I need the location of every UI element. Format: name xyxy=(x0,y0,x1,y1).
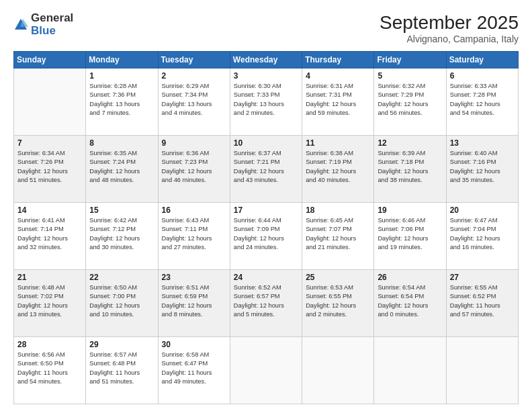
day-number: 23 xyxy=(162,273,226,282)
logo-blue: Blue xyxy=(31,25,73,38)
calendar-week-row: 28Sunrise: 6:56 AM Sunset: 6:50 PM Dayli… xyxy=(14,337,519,404)
day-number: 22 xyxy=(89,273,154,282)
day-info: Sunrise: 6:39 AM Sunset: 7:18 PM Dayligh… xyxy=(378,149,442,185)
day-info: Sunrise: 6:43 AM Sunset: 7:11 PM Dayligh… xyxy=(162,216,226,253)
calendar-cell: 2Sunrise: 6:29 AM Sunset: 7:34 PM Daylig… xyxy=(158,68,230,136)
day-info: Sunrise: 6:36 AM Sunset: 7:23 PM Dayligh… xyxy=(162,149,226,185)
location: Alvignano, Campania, Italy xyxy=(380,34,519,44)
calendar-week-row: 14Sunrise: 6:41 AM Sunset: 7:14 PM Dayli… xyxy=(14,203,519,270)
day-info: Sunrise: 6:34 AM Sunset: 7:26 PM Dayligh… xyxy=(17,149,82,185)
page: General Blue September 2025 Alvignano, C… xyxy=(0,0,532,411)
calendar-cell: 7Sunrise: 6:34 AM Sunset: 7:26 PM Daylig… xyxy=(14,136,86,203)
calendar-cell: 15Sunrise: 6:42 AM Sunset: 7:12 PM Dayli… xyxy=(86,203,158,270)
day-number: 4 xyxy=(306,71,370,81)
calendar-week-row: 21Sunrise: 6:48 AM Sunset: 7:02 PM Dayli… xyxy=(14,270,519,337)
weekday-header-tuesday: Tuesday xyxy=(158,52,230,68)
day-number: 26 xyxy=(378,273,442,282)
weekday-header-thursday: Thursday xyxy=(302,52,374,68)
calendar-cell: 18Sunrise: 6:45 AM Sunset: 7:07 PM Dayli… xyxy=(302,203,374,270)
day-number: 16 xyxy=(162,205,226,215)
calendar-cell: 24Sunrise: 6:52 AM Sunset: 6:57 PM Dayli… xyxy=(230,270,302,337)
calendar-cell: 4Sunrise: 6:31 AM Sunset: 7:31 PM Daylig… xyxy=(302,68,374,136)
day-number: 25 xyxy=(306,273,370,282)
calendar-cell: 25Sunrise: 6:53 AM Sunset: 6:55 PM Dayli… xyxy=(302,270,374,337)
day-info: Sunrise: 6:37 AM Sunset: 7:21 PM Dayligh… xyxy=(234,149,298,185)
day-number: 3 xyxy=(234,71,298,81)
calendar-week-row: 1Sunrise: 6:28 AM Sunset: 7:36 PM Daylig… xyxy=(14,68,519,136)
day-info: Sunrise: 6:58 AM Sunset: 6:47 PM Dayligh… xyxy=(162,351,226,387)
weekday-header-friday: Friday xyxy=(374,52,446,68)
header: General Blue September 2025 Alvignano, C… xyxy=(13,12,519,44)
day-info: Sunrise: 6:31 AM Sunset: 7:31 PM Dayligh… xyxy=(306,82,370,118)
calendar-cell: 5Sunrise: 6:32 AM Sunset: 7:29 PM Daylig… xyxy=(374,68,446,136)
weekday-header-wednesday: Wednesday xyxy=(230,52,302,68)
logo-icon xyxy=(13,17,28,32)
calendar-header-row: SundayMondayTuesdayWednesdayThursdayFrid… xyxy=(14,52,519,68)
day-number: 9 xyxy=(162,138,226,148)
calendar-cell xyxy=(374,337,446,404)
logo-text: General Blue xyxy=(31,12,73,37)
calendar-cell: 23Sunrise: 6:51 AM Sunset: 6:59 PM Dayli… xyxy=(158,270,230,337)
day-number: 7 xyxy=(17,138,82,148)
day-number: 10 xyxy=(234,138,298,148)
day-info: Sunrise: 6:47 AM Sunset: 7:04 PM Dayligh… xyxy=(450,216,515,253)
day-number: 30 xyxy=(162,340,226,349)
day-info: Sunrise: 6:41 AM Sunset: 7:14 PM Dayligh… xyxy=(17,216,82,253)
day-info: Sunrise: 6:38 AM Sunset: 7:19 PM Dayligh… xyxy=(306,149,370,185)
day-info: Sunrise: 6:40 AM Sunset: 7:16 PM Dayligh… xyxy=(450,149,515,185)
calendar-cell xyxy=(230,337,302,404)
day-info: Sunrise: 6:44 AM Sunset: 7:09 PM Dayligh… xyxy=(234,216,298,253)
calendar-cell xyxy=(302,337,374,404)
day-number: 28 xyxy=(17,340,82,349)
day-info: Sunrise: 6:55 AM Sunset: 6:52 PM Dayligh… xyxy=(450,283,515,320)
logo-general: General xyxy=(31,12,73,25)
title-block: September 2025 Alvignano, Campania, Ital… xyxy=(380,12,519,44)
day-info: Sunrise: 6:30 AM Sunset: 7:33 PM Dayligh… xyxy=(234,82,298,118)
day-info: Sunrise: 6:50 AM Sunset: 7:00 PM Dayligh… xyxy=(89,283,154,320)
calendar-cell: 26Sunrise: 6:54 AM Sunset: 6:54 PM Dayli… xyxy=(374,270,446,337)
day-number: 1 xyxy=(89,71,154,81)
calendar-week-row: 7Sunrise: 6:34 AM Sunset: 7:26 PM Daylig… xyxy=(14,136,519,203)
calendar-cell xyxy=(446,337,518,404)
day-info: Sunrise: 6:42 AM Sunset: 7:12 PM Dayligh… xyxy=(89,216,154,253)
month-title: September 2025 xyxy=(380,12,519,34)
day-number: 12 xyxy=(378,138,442,148)
day-number: 14 xyxy=(17,205,82,215)
day-number: 5 xyxy=(378,71,442,81)
day-info: Sunrise: 6:28 AM Sunset: 7:36 PM Dayligh… xyxy=(89,82,154,118)
calendar-cell: 27Sunrise: 6:55 AM Sunset: 6:52 PM Dayli… xyxy=(446,270,518,337)
day-number: 13 xyxy=(450,138,515,148)
day-number: 27 xyxy=(450,273,515,282)
day-number: 2 xyxy=(162,71,226,81)
day-number: 17 xyxy=(234,205,298,215)
day-info: Sunrise: 6:35 AM Sunset: 7:24 PM Dayligh… xyxy=(89,149,154,185)
calendar-table: SundayMondayTuesdayWednesdayThursdayFrid… xyxy=(13,51,519,404)
calendar-cell: 28Sunrise: 6:56 AM Sunset: 6:50 PM Dayli… xyxy=(14,337,86,404)
calendar-cell: 11Sunrise: 6:38 AM Sunset: 7:19 PM Dayli… xyxy=(302,136,374,203)
day-info: Sunrise: 6:29 AM Sunset: 7:34 PM Dayligh… xyxy=(162,82,226,118)
calendar-cell: 17Sunrise: 6:44 AM Sunset: 7:09 PM Dayli… xyxy=(230,203,302,270)
day-info: Sunrise: 6:53 AM Sunset: 6:55 PM Dayligh… xyxy=(306,283,370,320)
day-number: 29 xyxy=(89,340,154,349)
calendar-cell: 10Sunrise: 6:37 AM Sunset: 7:21 PM Dayli… xyxy=(230,136,302,203)
calendar-cell: 8Sunrise: 6:35 AM Sunset: 7:24 PM Daylig… xyxy=(86,136,158,203)
calendar-cell: 12Sunrise: 6:39 AM Sunset: 7:18 PM Dayli… xyxy=(374,136,446,203)
day-info: Sunrise: 6:48 AM Sunset: 7:02 PM Dayligh… xyxy=(17,283,82,320)
day-number: 24 xyxy=(234,273,298,282)
day-info: Sunrise: 6:33 AM Sunset: 7:28 PM Dayligh… xyxy=(450,82,515,118)
day-info: Sunrise: 6:57 AM Sunset: 6:48 PM Dayligh… xyxy=(89,351,154,387)
day-number: 8 xyxy=(89,138,154,148)
day-number: 15 xyxy=(89,205,154,215)
calendar-cell: 29Sunrise: 6:57 AM Sunset: 6:48 PM Dayli… xyxy=(86,337,158,404)
day-number: 11 xyxy=(306,138,370,148)
logo: General Blue xyxy=(13,12,73,37)
day-info: Sunrise: 6:52 AM Sunset: 6:57 PM Dayligh… xyxy=(234,283,298,320)
calendar-cell: 13Sunrise: 6:40 AM Sunset: 7:16 PM Dayli… xyxy=(446,136,518,203)
day-info: Sunrise: 6:46 AM Sunset: 7:06 PM Dayligh… xyxy=(378,216,442,253)
day-info: Sunrise: 6:56 AM Sunset: 6:50 PM Dayligh… xyxy=(17,351,82,387)
calendar-cell: 21Sunrise: 6:48 AM Sunset: 7:02 PM Dayli… xyxy=(14,270,86,337)
weekday-header-sunday: Sunday xyxy=(14,52,86,68)
day-number: 18 xyxy=(306,205,370,215)
calendar-cell: 6Sunrise: 6:33 AM Sunset: 7:28 PM Daylig… xyxy=(446,68,518,136)
weekday-header-monday: Monday xyxy=(86,52,158,68)
